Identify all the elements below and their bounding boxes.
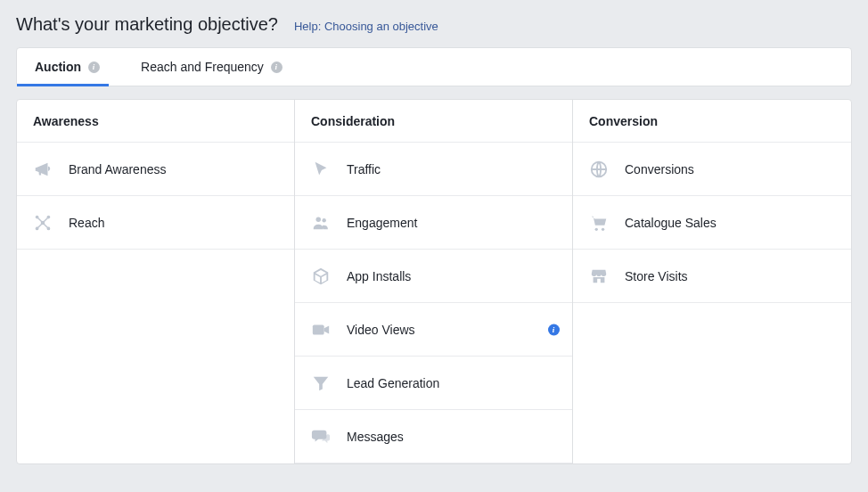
objective-label: Video Views (347, 323, 415, 337)
help-link[interactable]: Help: Choosing an objective (294, 20, 438, 33)
objective-reach[interactable]: Reach (17, 196, 294, 250)
column-conversion: Conversion Conversions Catalogue Sales S… (573, 100, 851, 463)
objective-store-visits[interactable]: Store Visits (573, 250, 851, 303)
objective-label: Store Visits (625, 269, 688, 283)
objective-app-installs[interactable]: App Installs (295, 250, 572, 303)
page-title: What's your marketing objective? (16, 14, 278, 35)
tab-reach-and-frequency[interactable]: Reach and Frequency (141, 48, 283, 86)
objective-lead-generation[interactable]: Lead Generation (295, 357, 572, 410)
objective-label: Engagement (347, 216, 417, 230)
people-icon (311, 213, 331, 233)
column-header-conversion: Conversion (573, 100, 851, 143)
column-consideration: Consideration Traffic Engagement App Ins… (295, 100, 573, 463)
store-icon (589, 266, 609, 286)
megaphone-icon (33, 160, 53, 179)
objective-grid: Awareness Brand Awareness Reach Consider… (16, 99, 852, 464)
objective-messages[interactable]: Messages (295, 410, 572, 463)
info-icon[interactable] (548, 324, 560, 335)
objective-label: Lead Generation (347, 376, 439, 390)
objective-label: Catalogue Sales (625, 216, 717, 230)
column-header-awareness: Awareness (17, 100, 294, 143)
objective-brand-awareness[interactable]: Brand Awareness (17, 143, 294, 196)
objective-label: Messages (347, 430, 404, 444)
svg-point-6 (322, 218, 325, 222)
messages-icon (311, 427, 331, 447)
svg-rect-7 (313, 324, 324, 334)
funnel-icon (311, 373, 331, 393)
video-icon (311, 320, 331, 340)
objective-video-views[interactable]: Video Views (295, 303, 572, 357)
objective-conversions[interactable]: Conversions (573, 143, 851, 196)
cursor-icon (311, 160, 331, 179)
cart-icon (589, 213, 609, 233)
objective-label: Traffic (347, 162, 381, 176)
objective-label: App Installs (347, 269, 411, 283)
objective-traffic[interactable]: Traffic (295, 143, 572, 196)
objective-engagement[interactable]: Engagement (295, 196, 572, 250)
globe-icon (589, 160, 609, 179)
tab-auction-label: Auction (35, 60, 81, 74)
svg-point-9 (595, 227, 598, 230)
objective-catalogue-sales[interactable]: Catalogue Sales (573, 196, 851, 250)
objective-label: Reach (69, 216, 104, 230)
tab-reach-freq-label: Reach and Frequency (141, 60, 264, 74)
column-header-consideration: Consideration (295, 100, 572, 143)
package-icon (311, 266, 331, 286)
info-icon[interactable] (271, 62, 283, 73)
buying-type-tabs: Auction Reach and Frequency (16, 47, 852, 86)
column-awareness: Awareness Brand Awareness Reach (17, 100, 295, 463)
objective-label: Brand Awareness (69, 162, 166, 176)
reach-icon (33, 213, 53, 233)
svg-point-10 (602, 227, 604, 230)
tab-auction[interactable]: Auction (35, 48, 100, 86)
objective-label: Conversions (625, 162, 694, 176)
info-icon[interactable] (88, 62, 100, 73)
svg-point-5 (316, 217, 322, 222)
